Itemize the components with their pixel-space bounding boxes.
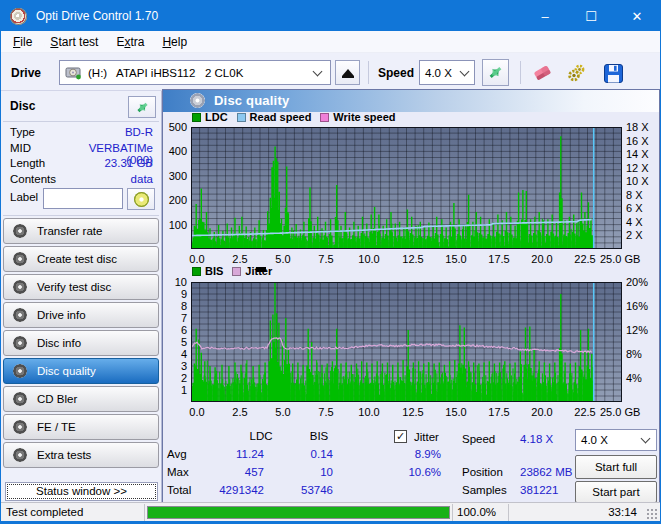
refresh-button[interactable] <box>482 59 509 86</box>
toolbar: Drive (H:) ATAPI iHBS112 2 CL0K Speed 4.… <box>1 53 660 91</box>
y2-axis-label: 10 X <box>626 175 649 187</box>
cd-icon <box>13 280 27 294</box>
sidebar-item-label: CD Bler <box>37 393 77 405</box>
legend-item: Read speed <box>237 111 312 123</box>
menu-item-start-test[interactable]: Start test <box>41 33 107 51</box>
maximize-button[interactable]: ☐ <box>568 1 614 31</box>
legend-label: LDC <box>205 111 228 123</box>
avg-jitter: 8.9% <box>381 448 441 460</box>
disc-panel-title: Disc <box>10 99 35 113</box>
cd-icon <box>13 252 27 266</box>
legend-swatch <box>192 267 201 276</box>
jitter-checkbox[interactable]: ✓ <box>394 430 407 443</box>
y2-axis-label: 4 X <box>626 216 643 228</box>
sidebar-item-create-test-disc[interactable]: Create test disc <box>3 246 159 272</box>
save-button[interactable] <box>598 58 628 88</box>
disc-refresh-button[interactable] <box>128 96 156 118</box>
drive-icon <box>65 65 82 80</box>
panel-title: Disc quality <box>214 93 289 108</box>
disc-field-label: Contents <box>10 173 56 185</box>
cd-icon <box>13 364 27 378</box>
y2-axis-label: 16% <box>626 300 648 312</box>
eject-icon <box>342 69 354 76</box>
sidebar-item-disc-quality[interactable]: Disc quality <box>3 358 159 384</box>
cd-icon <box>13 448 27 462</box>
ldc-chart <box>191 127 622 249</box>
y2-axis-label: 8% <box>626 348 642 360</box>
y-axis-label: 10 <box>143 276 187 288</box>
y-axis-label: 100 <box>143 219 187 231</box>
start-part-button[interactable]: Start part <box>575 481 657 503</box>
sidebar-item-label: Create test disc <box>37 253 117 265</box>
sidebar-item-verify-test-disc[interactable]: Verify test disc <box>3 274 159 300</box>
resize-grip[interactable] <box>646 508 658 520</box>
disc-field-value: data <box>59 173 153 185</box>
samples-label: Samples <box>462 484 507 496</box>
y-axis-label: 8 <box>143 300 187 312</box>
cd-icon <box>13 420 27 434</box>
legend-item: Write speed <box>320 111 395 123</box>
sidebar-item-disc-info[interactable]: Disc info <box>3 330 159 356</box>
speed-select[interactable]: 4.0 X <box>419 60 475 85</box>
sidebar-item-fe-te[interactable]: FE / TE <box>3 414 159 440</box>
menu-item-file[interactable]: File <box>4 33 41 51</box>
eraser-icon <box>532 62 554 84</box>
sidebar-item-label: Disc info <box>37 337 81 349</box>
legend-item: Jitter <box>232 265 272 277</box>
cd-icon <box>13 336 27 350</box>
y-axis-label: 6 <box>143 324 187 336</box>
menu-item-help[interactable]: Help <box>153 33 196 51</box>
chevron-down-icon <box>460 66 470 76</box>
sidebar-item-label: Disc quality <box>37 365 96 377</box>
close-button[interactable]: ✕ <box>614 1 660 31</box>
x-axis-label: 25.0 GB <box>600 253 656 265</box>
speed-stat-label: Speed <box>462 433 495 445</box>
y-axis-label: 200 <box>143 194 187 206</box>
total-ldc: 4291342 <box>204 484 264 496</box>
erase-disc-button[interactable] <box>528 58 558 88</box>
menu-item-extra[interactable]: Extra <box>107 33 153 51</box>
chevron-down-icon <box>313 66 323 76</box>
sidebar-item-label: FE / TE <box>37 421 76 433</box>
y2-axis-label: 8 X <box>626 189 643 201</box>
status-window-button[interactable]: Status window >> <box>5 482 158 501</box>
sidebar-item-cd-bler[interactable]: CD Bler <box>3 386 159 412</box>
start-full-button[interactable]: Start full <box>575 455 657 479</box>
y-axis-label: 5 <box>143 336 187 348</box>
label-input[interactable] <box>43 188 123 209</box>
progress-fill <box>148 507 449 518</box>
eject-button[interactable] <box>335 60 360 85</box>
y-axis-label: 9 <box>143 288 187 300</box>
sidebar-item-drive-info[interactable]: Drive info <box>3 302 159 328</box>
legend-swatch <box>232 267 241 276</box>
status-bar: Test completed 100.0% 33:14 <box>1 502 660 521</box>
y2-axis-label: 18 X <box>626 121 649 133</box>
test-speed-select[interactable]: 4.0 X <box>575 429 657 451</box>
legend-label: Write speed <box>333 111 395 123</box>
app-window: Opti Drive Control 1.70 – ☐ ✕ FileStart … <box>0 0 661 524</box>
y-axis-label: 4 <box>143 348 187 360</box>
drive-select[interactable]: (H:) ATAPI iHBS112 2 CL0K <box>59 60 331 85</box>
y-axis-label: 400 <box>143 145 187 157</box>
legend-swatch <box>320 113 329 122</box>
y-axis-label: 2 <box>143 372 187 384</box>
disc-field-label: Length <box>10 157 45 169</box>
sidebar-item-extra-tests[interactable]: Extra tests <box>3 442 159 468</box>
progress-bar <box>147 506 450 519</box>
disc-field-label: MID <box>10 142 31 154</box>
minimize-button[interactable]: – <box>522 1 568 31</box>
window-title: Opti Drive Control 1.70 <box>36 9 158 23</box>
settings-button[interactable] <box>562 58 592 88</box>
sidebar-item-transfer-rate[interactable]: Transfer rate <box>3 218 159 244</box>
cd-icon <box>13 308 27 322</box>
disc-quality-icon <box>190 93 205 108</box>
disc-field-value: BD-R <box>59 126 153 138</box>
sidebar-item-label: Verify test disc <box>37 281 111 293</box>
speed-value: 4.0 X <box>425 67 452 79</box>
position-label: Position <box>462 466 503 478</box>
y-axis-label: 300 <box>143 170 187 182</box>
drive-value: (H:) ATAPI iHBS112 2 CL0K <box>88 67 243 79</box>
title-bar[interactable]: Opti Drive Control 1.70 – ☐ ✕ <box>1 1 660 31</box>
jitter-label: Jitter <box>414 431 439 443</box>
y2-axis-label: 16 X <box>626 135 649 147</box>
